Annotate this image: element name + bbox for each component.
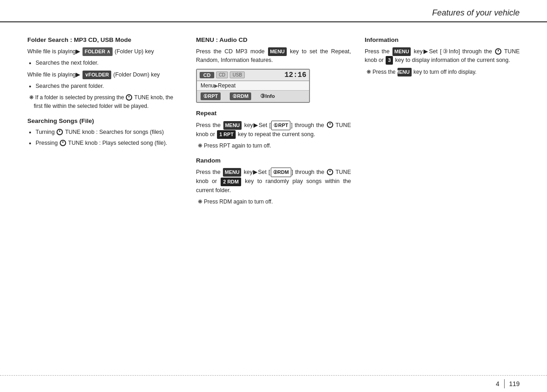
rdm-badge: ②RDM	[271, 168, 291, 177]
bullet-pressing-tune: Pressing TUNE knob : Plays selected song…	[36, 139, 182, 148]
random-section: Random Press the MENU key▶Set [②RDM] thr…	[196, 157, 351, 206]
page-number: 4 119	[496, 379, 520, 388]
3-badge: 3	[386, 56, 393, 65]
menu-badge-2: MENU	[223, 121, 242, 130]
menu-text: Menu	[201, 82, 214, 89]
searching-songs-bullets: Turning TUNE knob : Searches for songs (…	[31, 128, 182, 148]
repeat-title: Repeat	[196, 109, 351, 118]
bullet-searches-next-folder: Searches the next folder.	[36, 59, 182, 67]
random-title: Random	[196, 157, 351, 165]
tune-knob-icon-4	[327, 122, 333, 128]
menu-audio-cd-para: Press the CD MP3 mode MENU key to set th…	[196, 47, 351, 65]
rpt-badge: ①RPT	[271, 121, 290, 130]
folder-up-bullets: Searches the next folder.	[31, 59, 182, 67]
info-button: ③Info	[260, 93, 275, 99]
menu-badge-5: MENU	[397, 68, 411, 76]
folder-search-section: Folder Search : MP3 CD, USB Mode While f…	[27, 36, 182, 111]
folder-down-para: While file is playing▶ ∨FOLDER (Folder D…	[27, 71, 182, 79]
information-section: Information Press the MENU key▶Set [③Inf…	[365, 36, 520, 76]
folder-down-button: ∨FOLDER	[83, 71, 111, 79]
1rpt-badge: 1 RPT	[217, 130, 236, 139]
repeat-para: Press the MENU key▶Set [①RPT] through th…	[196, 121, 351, 139]
2rdm-badge: 2 RDM	[221, 178, 241, 186]
menu-badge-1: MENU	[268, 47, 286, 56]
bullet-searches-parent-folder: Searches the parent folder.	[36, 82, 182, 91]
column-2: MENU : Audio CD Press the CD MP3 mode ME…	[196, 36, 365, 213]
tune-knob-icon-6	[495, 48, 501, 55]
page-num-value: 119	[509, 380, 520, 387]
rdm-button: ②RDM	[230, 92, 251, 100]
random-note: ❋ Press RDM again to turn off.	[196, 198, 351, 206]
main-content: Folder Search : MP3 CD, USB Mode While f…	[0, 22, 547, 222]
bullet-turning-tune: Turning TUNE knob : Searches for songs (…	[36, 128, 182, 137]
tune-knob-icon-2	[57, 129, 63, 135]
folder-down-bullets: Searches the parent folder.	[31, 82, 182, 91]
column-1: Folder Search : MP3 CD, USB Mode While f…	[27, 36, 196, 213]
header-title: Features of your vehicle	[432, 8, 520, 18]
tune-knob-icon-5	[327, 169, 333, 175]
information-title: Information	[365, 36, 520, 45]
page-header: Features of your vehicle	[0, 0, 547, 22]
info-note: ❋ Press the MENU key to turn off info di…	[365, 68, 520, 76]
random-para: Press the MENU key▶Set [②RDM] through th…	[196, 168, 351, 195]
page-divider	[504, 379, 505, 388]
repeat-note: ❋ Press RPT again to turn off.	[196, 142, 351, 150]
cd-time: 12:16	[284, 71, 306, 79]
cd-screen-header: CD CD USB 12:16	[197, 70, 309, 81]
page-footer: 4 119	[0, 375, 547, 392]
folder-note: ❋ If a folder is selected by pressing th…	[27, 93, 182, 110]
column-3: Information Press the MENU key▶Set [③Inf…	[365, 36, 520, 213]
menu-badge-3: MENU	[223, 168, 241, 177]
tune-knob-icon-3	[60, 140, 66, 146]
cd-screen-menu: Menu▶Repeat	[197, 81, 309, 91]
searching-songs-title: Searching Songs (File)	[27, 117, 182, 126]
usb-tab: USB	[230, 71, 245, 78]
menu-audio-cd-section: MENU : Audio CD Press the CD MP3 mode ME…	[196, 36, 351, 103]
repeat-text: Repeat	[218, 82, 236, 89]
cd-screen-body: ①RPT ②RDM ③Info	[197, 91, 309, 102]
menu-arrow-icon: ▶	[214, 83, 218, 88]
folder-up-para: While file is playing▶ FOLDER ∧ (Folder …	[27, 47, 182, 56]
repeat-section: Repeat Press the MENU key▶Set [①RPT] thr…	[196, 109, 351, 150]
searching-songs-section: Searching Songs (File) Turning TUNE knob…	[27, 117, 182, 148]
menu-badge-4: MENU	[392, 47, 411, 56]
information-para: Press the MENU key▶Set [③Info] through t…	[365, 47, 520, 65]
rpt-button: ①RPT	[201, 92, 221, 100]
folder-search-title: Folder Search : MP3 CD, USB Mode	[27, 36, 182, 45]
page-section: 4	[496, 380, 500, 387]
cd-screen: CD CD USB 12:16 Menu▶Repeat ①RPT ②RDM ③I…	[196, 69, 310, 103]
cd-outline-tab: CD	[216, 71, 228, 78]
folder-up-button: FOLDER ∧	[83, 47, 113, 56]
tune-knob-icon	[126, 94, 132, 101]
cd-tab: CD	[200, 72, 214, 78]
menu-audio-cd-title: MENU : Audio CD	[196, 36, 351, 45]
